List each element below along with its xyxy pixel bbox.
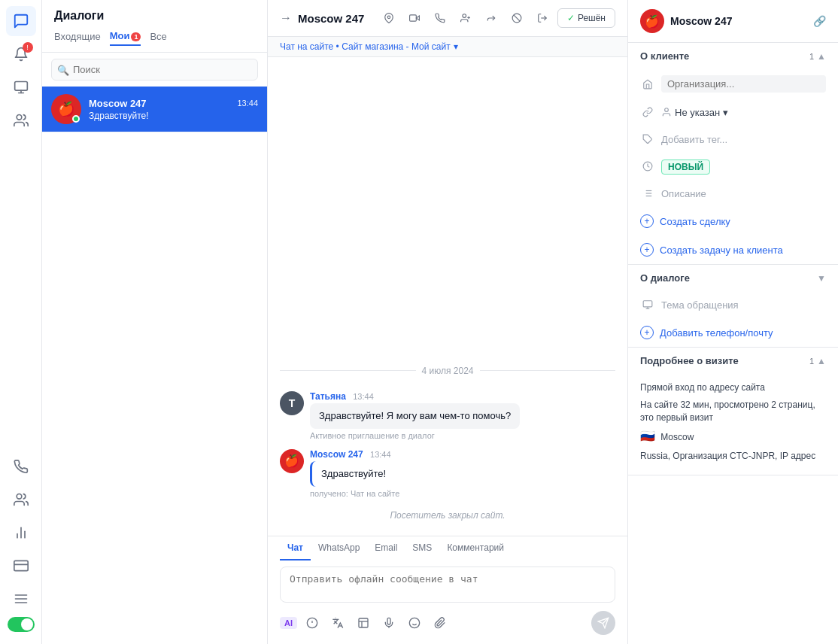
conversations-header: Диалоги Входящие Мои1 Все — [42, 0, 267, 53]
org-input[interactable] — [661, 75, 826, 93]
entry-type: Прямой вход по адресу сайта — [640, 381, 826, 394]
tag-icon — [640, 132, 655, 147]
tab-comment[interactable]: Комментарий — [439, 536, 512, 560]
tag-placeholder[interactable]: Добавить тег... — [661, 134, 826, 145]
list-item[interactable]: 🍎 Moscow 247 13:44 Здравствуйте! — [42, 87, 267, 132]
message-bubble: Здравствуйте! — [310, 461, 399, 487]
visit-details-badge: 1 — [809, 357, 814, 366]
external-link-icon[interactable]: 🔗 — [813, 15, 826, 27]
message-row: Т Татьяна 13:44 Здравствуйте! Я могу вам… — [280, 391, 615, 440]
svg-line-20 — [514, 15, 520, 21]
back-arrow-icon: → — [280, 11, 292, 25]
svg-rect-25 — [359, 618, 368, 627]
about-client-section: О клиенте 1 ▲ Не указан ▾ — [628, 43, 838, 265]
card-nav-icon[interactable] — [6, 551, 36, 581]
add-contact-label: Добавить телефон/почту — [660, 327, 773, 339]
quick-replies-icon[interactable] — [302, 612, 323, 633]
chat-area: → Moscow 247 ✓ — [268, 0, 627, 644]
status-tag: НОВЫЙ — [661, 159, 710, 175]
team-nav-icon[interactable] — [6, 485, 36, 515]
visit-details-section: Подробнее о визите 1 ▲ Прямой вход по ад… — [628, 348, 838, 475]
block-icon[interactable] — [506, 8, 527, 29]
notification-nav-icon[interactable]: ! — [6, 39, 36, 69]
description-icon — [640, 186, 655, 201]
settings-nav-icon[interactable] — [6, 584, 36, 614]
add-contact-row[interactable]: + Добавить телефон/почту — [628, 318, 838, 347]
phone-nav-icon[interactable] — [6, 451, 36, 481]
check-icon: ✓ — [567, 13, 575, 23]
org-icon — [640, 77, 655, 92]
notification-badge: ! — [23, 42, 33, 53]
svg-point-34 — [665, 108, 669, 112]
message-time: 13:44 — [370, 450, 391, 459]
description-label[interactable]: Описание — [661, 188, 826, 199]
chat-nav-icon[interactable] — [6, 6, 36, 36]
flag-icon: 🇷🇺 — [640, 430, 655, 442]
monitor-nav-icon[interactable] — [6, 72, 36, 102]
system-message: Посетитель закрыл сайт. — [280, 510, 615, 521]
topic-row: Тема обращения — [628, 291, 838, 318]
assign-icon[interactable] — [455, 8, 476, 29]
tab-email[interactable]: Email — [367, 536, 405, 560]
org-row — [628, 69, 838, 99]
conversations-list: 🍎 Moscow 247 13:44 Здравствуйте! — [42, 87, 267, 644]
chat-header-icons: ✓ Решён — [378, 8, 615, 29]
chat-source-text: Чат на сайте • Сайт магазина - Мой сайт — [280, 41, 451, 52]
tab-chat[interactable]: Чат — [280, 536, 311, 560]
about-client-chevron: ▲ — [817, 51, 826, 62]
svg-point-16 — [463, 14, 466, 18]
emoji-icon[interactable] — [404, 612, 425, 633]
tab-sms[interactable]: SMS — [405, 536, 439, 560]
date-divider: 4 июля 2024 — [280, 366, 615, 376]
right-panel: 🍎 Moscow 247 🔗 О клиенте 1 ▲ — [627, 0, 838, 644]
pin-icon[interactable] — [378, 8, 399, 29]
avatar-wrap: 🍎 — [51, 94, 81, 124]
contact-name: Moscow 247 — [670, 15, 807, 27]
tab-incoming[interactable]: Входящие — [54, 31, 101, 45]
chat-source-dropdown[interactable]: ▾ — [454, 41, 458, 52]
contact-select[interactable]: Не указан ▾ — [661, 107, 826, 118]
message-row: 🍎 Moscow 247 13:44 Здравствуйте! получен… — [280, 449, 615, 498]
tab-mine[interactable]: Мои1 — [110, 30, 141, 46]
agent-avatar: Т — [280, 391, 304, 415]
search-wrap: 🔍 — [51, 59, 258, 80]
contact-header: 🍎 Moscow 247 🔗 — [628, 0, 838, 43]
tab-all[interactable]: Все — [150, 31, 166, 45]
status-toggle[interactable] — [8, 617, 35, 632]
translate-icon[interactable] — [327, 612, 348, 633]
users-nav-icon[interactable] — [6, 105, 36, 135]
transfer-icon[interactable] — [532, 8, 553, 29]
svg-point-4 — [17, 494, 22, 500]
conversations-panel: Диалоги Входящие Мои1 Все 🔍 🍎 Moscow 247… — [42, 0, 268, 644]
audio-icon[interactable] — [378, 612, 399, 633]
message-sub: получено: Чат на сайте — [310, 489, 399, 498]
tag-row: Добавить тег... — [628, 126, 838, 153]
add-task-icon: + — [640, 243, 654, 257]
create-deal-row[interactable]: + Создать сделку — [628, 207, 838, 235]
clock-icon — [640, 159, 655, 174]
conversations-title: Диалоги — [54, 9, 255, 23]
chat-messages: 4 июля 2024 Т Татьяна 13:44 Здравствуйте… — [268, 57, 627, 536]
create-task-label: Создать задачу на клиента — [660, 245, 783, 256]
about-dialog-header[interactable]: О диалоге ▼ — [628, 265, 838, 291]
topic-label[interactable]: Тема обращения — [661, 299, 826, 311]
chat-input[interactable] — [280, 567, 615, 603]
attach-icon[interactable] — [430, 612, 451, 633]
about-client-header[interactable]: О клиенте 1 ▲ — [628, 43, 838, 69]
video-icon[interactable] — [404, 8, 425, 29]
chat-contact-name: Moscow 247 — [298, 12, 372, 25]
create-task-row[interactable]: + Создать задачу на клиента — [628, 235, 838, 264]
phone-icon[interactable] — [430, 8, 451, 29]
message-bubble: Здравствуйте! Я могу вам чем-то помочь? — [310, 403, 520, 429]
template-icon[interactable] — [353, 612, 374, 633]
resolved-button[interactable]: ✓ Решён — [557, 8, 615, 28]
search-input[interactable] — [51, 59, 258, 80]
visit-details-header[interactable]: Подробнее о визите 1 ▲ — [628, 348, 838, 374]
tab-whatsapp[interactable]: WhatsApp — [311, 536, 367, 560]
date-label: 4 июля 2024 — [422, 366, 474, 376]
svg-marker-14 — [416, 16, 419, 20]
chart-nav-icon[interactable] — [6, 518, 36, 548]
forward-icon[interactable] — [481, 8, 502, 29]
send-button[interactable] — [591, 611, 615, 635]
visit-details-chevron: ▲ — [817, 356, 826, 366]
